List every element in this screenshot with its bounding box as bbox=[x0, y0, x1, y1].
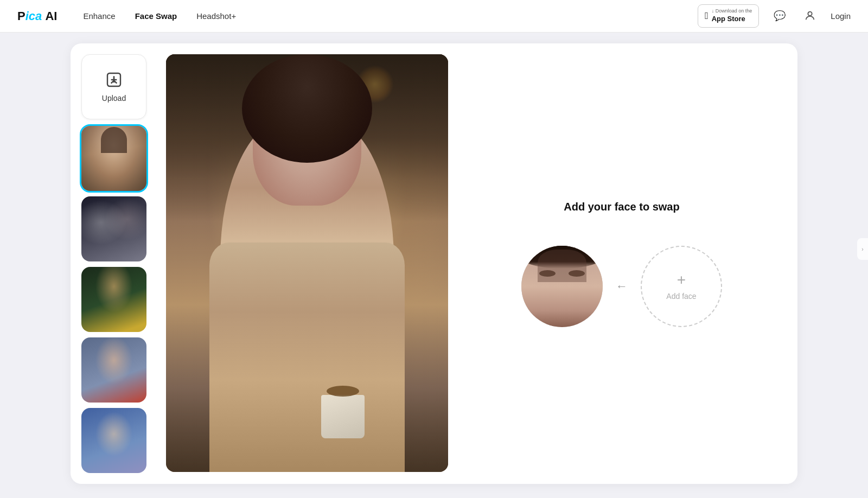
thumbnail-1[interactable] bbox=[81, 126, 146, 191]
login-button[interactable]: Login bbox=[831, 11, 851, 21]
main-image-container bbox=[166, 54, 448, 472]
swap-title: Add your face to swap bbox=[564, 201, 679, 213]
user-button[interactable] bbox=[800, 6, 820, 25]
face-swap-row: ← + Add face bbox=[521, 246, 722, 327]
content-card: Upload bbox=[71, 43, 797, 484]
thumb-2-image bbox=[81, 196, 146, 261]
sidebar: Upload bbox=[81, 54, 157, 473]
thumbnail-5[interactable] bbox=[81, 408, 146, 473]
navbar: Pica AI Enhance Face Swap Headshot+  ↓ … bbox=[0, 0, 868, 33]
message-button[interactable]: 💬 bbox=[770, 6, 789, 25]
logo-pica: Pica AI bbox=[17, 9, 57, 23]
source-face-image bbox=[521, 246, 603, 327]
add-face-button[interactable]: + Add face bbox=[641, 246, 722, 327]
download-on-label: ↓ Download on the bbox=[712, 8, 752, 15]
nav-enhance[interactable]: Enhance bbox=[83, 9, 115, 23]
svg-point-0 bbox=[808, 12, 812, 16]
appstore-button[interactable]:  ↓ Download on the App Store bbox=[698, 4, 759, 28]
upload-button[interactable]: Upload bbox=[81, 54, 146, 119]
nav-face-swap[interactable]: Face Swap bbox=[135, 9, 177, 23]
thumb-3-image bbox=[81, 267, 146, 332]
plus-icon: + bbox=[677, 272, 686, 288]
upload-icon bbox=[105, 71, 123, 88]
source-face-circle bbox=[521, 246, 603, 327]
main-wrapper: Upload bbox=[0, 33, 868, 495]
sidebar-collapse-handle[interactable]: › bbox=[857, 238, 868, 260]
user-icon bbox=[804, 10, 816, 22]
appstore-text: ↓ Download on the App Store bbox=[712, 8, 752, 24]
thumbnail-4[interactable] bbox=[81, 337, 146, 403]
thumb-5-image bbox=[81, 408, 146, 473]
message-icon: 💬 bbox=[774, 10, 786, 22]
main-photo bbox=[166, 54, 448, 472]
arrow-left-icon: ← bbox=[616, 279, 628, 293]
nav-right:  ↓ Download on the App Store 💬 Login bbox=[698, 4, 851, 28]
thumbnail-3[interactable] bbox=[81, 267, 146, 332]
thumbnail-2[interactable] bbox=[81, 196, 146, 261]
logo[interactable]: Pica AI bbox=[17, 9, 57, 23]
right-panel: Add your face to swap ← + bbox=[457, 54, 787, 473]
nav-headshot[interactable]: Headshot+ bbox=[196, 9, 236, 23]
chevron-right-icon: › bbox=[861, 246, 863, 252]
nav-links: Enhance Face Swap Headshot+ bbox=[83, 9, 698, 23]
store-name-label: App Store bbox=[712, 15, 752, 24]
thumb-1-image bbox=[81, 126, 146, 191]
thumb-4-image bbox=[81, 337, 146, 403]
apple-icon:  bbox=[705, 10, 709, 22]
upload-label: Upload bbox=[102, 94, 126, 103]
add-face-label: Add face bbox=[666, 292, 696, 301]
thumbnail-list bbox=[81, 126, 157, 473]
